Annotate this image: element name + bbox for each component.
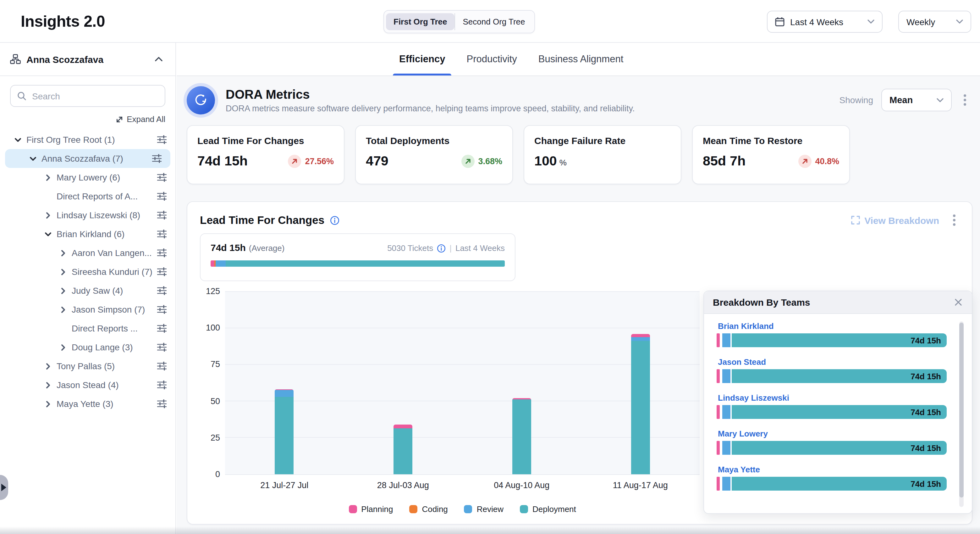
showing-value: Mean bbox=[889, 95, 937, 105]
chart-bar-21-jul-27-jul[interactable] bbox=[275, 389, 294, 474]
showing-select[interactable]: Mean bbox=[881, 89, 952, 111]
filter-icon[interactable] bbox=[157, 173, 167, 182]
tree-item-lindsay-liszewski-8[interactable]: Lindsay Liszewski (8) bbox=[0, 206, 175, 225]
tab-productivity[interactable]: Productivity bbox=[466, 43, 517, 75]
team-bar[interactable]: 74d 15h bbox=[717, 333, 947, 347]
team-bar[interactable]: 74d 15h bbox=[717, 405, 947, 419]
bar-segment-review bbox=[722, 441, 730, 455]
legend-item-review[interactable]: Review bbox=[464, 504, 504, 514]
filter-icon[interactable] bbox=[152, 154, 162, 163]
filter-icon[interactable] bbox=[157, 192, 167, 201]
metric-delta-badge: 40.8% bbox=[798, 155, 839, 168]
team-name-link[interactable]: Brian Kirkland bbox=[718, 321, 947, 331]
chart-bar-28-jul-03-aug[interactable] bbox=[393, 424, 412, 474]
trend-up-icon bbox=[464, 158, 471, 165]
chevron-right-icon bbox=[46, 174, 50, 181]
bar-segment-planning bbox=[717, 369, 720, 383]
bar-segment-review bbox=[275, 390, 294, 397]
tree-item-label: Judy Saw (4) bbox=[72, 285, 123, 296]
date-range-value: Last 4 Weeks bbox=[790, 17, 862, 27]
filter-icon[interactable] bbox=[157, 399, 167, 408]
tree-item-label: Tony Pallas (5) bbox=[57, 361, 115, 371]
filter-icon[interactable] bbox=[157, 305, 167, 314]
info-icon[interactable] bbox=[437, 244, 446, 252]
close-button[interactable] bbox=[952, 296, 964, 308]
filter-icon[interactable] bbox=[157, 267, 167, 276]
metric-card-value: 100 bbox=[534, 153, 557, 169]
tree-item-label: Direct Reports ... bbox=[72, 323, 138, 333]
legend-item-planning[interactable]: Planning bbox=[348, 504, 393, 514]
chevron-right-icon bbox=[46, 212, 50, 218]
tree-item-maya-yette-3[interactable]: Maya Yette (3) bbox=[0, 394, 175, 413]
tree-item-first-org-tree-root-1[interactable]: First Org Tree Root (1) bbox=[0, 130, 175, 149]
legend-item-coding[interactable]: Coding bbox=[409, 504, 447, 514]
filter-icon[interactable] bbox=[157, 343, 167, 352]
dora-menu-button[interactable] bbox=[960, 92, 970, 108]
metric-delta-value: 40.8% bbox=[815, 156, 839, 166]
view-breakdown-button[interactable]: View Breakdown bbox=[851, 215, 939, 225]
filter-icon[interactable] bbox=[157, 286, 167, 295]
gridline bbox=[225, 291, 700, 292]
sidebar-collapse-button[interactable] bbox=[152, 54, 165, 64]
metric-card-title: Mean Time To Restore bbox=[703, 135, 839, 146]
dora-cycle-icon bbox=[187, 86, 215, 114]
filter-icon[interactable] bbox=[157, 249, 167, 257]
date-range-select[interactable]: Last 4 Weeks bbox=[767, 11, 883, 33]
gridline bbox=[225, 364, 700, 365]
legend-swatch bbox=[409, 505, 417, 513]
tree-item-mary-lowery-6[interactable]: Mary Lowery (6) bbox=[0, 168, 175, 187]
lead-time-menu-button[interactable] bbox=[949, 212, 959, 228]
scrollbar-track[interactable] bbox=[959, 321, 964, 507]
y-axis-tick-label: 100 bbox=[200, 323, 220, 332]
team-name-link[interactable]: Jason Stead bbox=[718, 357, 947, 367]
tree-item-tony-pallas-5[interactable]: Tony Pallas (5) bbox=[0, 357, 175, 376]
filter-icon[interactable] bbox=[157, 381, 167, 389]
tree-item-sireesha-kunduri-7[interactable]: Sireesha Kunduri (7) bbox=[0, 262, 175, 281]
metric-delta-value: 3.68% bbox=[478, 156, 502, 166]
team-bar[interactable]: 74d 15h bbox=[717, 369, 947, 383]
filter-icon[interactable] bbox=[157, 324, 167, 333]
tree-item-direct-reports[interactable]: Direct Reports ... bbox=[0, 319, 175, 338]
tree-item-doug-lange-3[interactable]: Doug Lange (3) bbox=[0, 338, 175, 357]
team-name-link[interactable]: Mary Lowery bbox=[718, 429, 947, 438]
legend-item-deployment[interactable]: Deployment bbox=[520, 504, 576, 514]
gridline bbox=[225, 474, 700, 475]
metric-card-unit: % bbox=[560, 158, 567, 167]
info-icon[interactable] bbox=[330, 215, 339, 225]
metric-card-value: 479 bbox=[366, 153, 388, 169]
expand-all-button[interactable]: Expand All bbox=[10, 115, 165, 124]
chevron-right-icon bbox=[46, 400, 50, 407]
filter-icon[interactable] bbox=[157, 211, 167, 220]
tree-item-jason-stead-4[interactable]: Jason Stead (4) bbox=[0, 376, 175, 394]
tree-item-brian-kirkland-6[interactable]: Brian Kirkland (6) bbox=[0, 225, 175, 244]
tree-item-direct-reports-of-a[interactable]: Direct Reports of A... bbox=[0, 187, 175, 206]
active-tab-underline bbox=[393, 73, 451, 75]
filter-icon[interactable] bbox=[157, 135, 167, 144]
chart-bar-04-aug-10-aug[interactable] bbox=[512, 399, 531, 474]
team-bar[interactable]: 74d 15h bbox=[717, 477, 947, 491]
team-value: 74d 15h bbox=[910, 443, 941, 453]
team-name-link[interactable]: Lindsay Liszewski bbox=[718, 393, 947, 403]
breakdown-team-maya-yette: Maya Yette 74d 15h bbox=[717, 465, 947, 491]
tree-item-anna-scozzafava-7[interactable]: Anna Scozzafava (7) bbox=[5, 149, 170, 168]
tab-business-alignment[interactable]: Business Alignment bbox=[538, 43, 624, 75]
team-bar[interactable]: 74d 15h bbox=[717, 441, 947, 455]
tree-item-aaron-van-langen[interactable]: Aaron Van Langen... bbox=[0, 244, 175, 262]
tab-efficiency[interactable]: Efficiency bbox=[399, 43, 445, 75]
metric-cards-row: Lead Time For Changes 74d 15h 27.56% Tot… bbox=[187, 125, 972, 184]
tree-item-jason-simpson-7[interactable]: Jason Simpson (7) bbox=[0, 300, 175, 319]
bar-segment-deployment: 74d 15h bbox=[732, 333, 947, 347]
scrollbar-thumb[interactable] bbox=[959, 323, 964, 497]
tree-item-judy-saw-4[interactable]: Judy Saw (4) bbox=[0, 281, 175, 300]
bar-segment-planning bbox=[631, 334, 650, 338]
chart-bar-11-aug-17-aug[interactable] bbox=[631, 334, 650, 474]
filter-icon[interactable] bbox=[157, 230, 167, 238]
org-toggle-second-org-tree[interactable]: Second Org Tree bbox=[455, 13, 533, 30]
tickets-count: 5030 Tickets bbox=[387, 244, 433, 253]
gridline bbox=[225, 437, 700, 438]
filter-icon[interactable] bbox=[157, 362, 167, 370]
org-toggle-first-org-tree[interactable]: First Org Tree bbox=[386, 13, 455, 30]
search-input[interactable] bbox=[10, 85, 165, 107]
granularity-select[interactable]: Weekly bbox=[898, 11, 971, 33]
team-name-link[interactable]: Maya Yette bbox=[718, 465, 947, 474]
